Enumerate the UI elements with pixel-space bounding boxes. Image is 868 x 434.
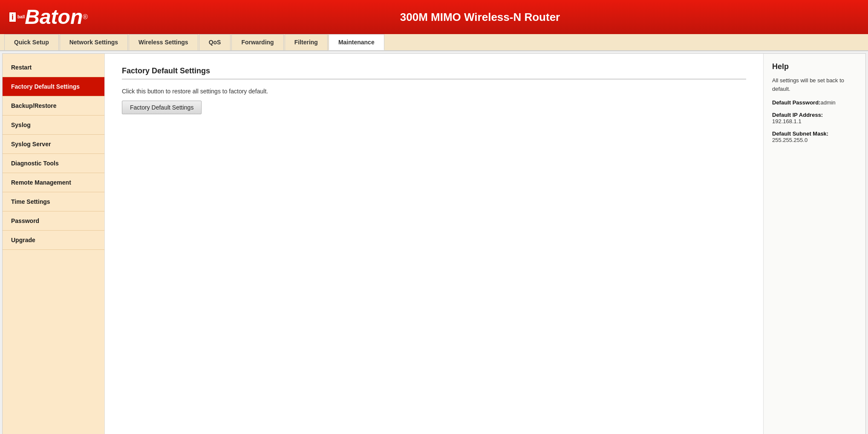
sidebar-item-remote-management[interactable]: Remote Management — [3, 173, 104, 192]
tab-qos[interactable]: QoS — [199, 34, 231, 50]
tab-network-settings[interactable]: Network Settings — [60, 34, 128, 50]
sidebar-item-time-settings[interactable]: Time Settings — [3, 192, 104, 211]
help-default-password-label: Default Password: — [772, 99, 820, 106]
sidebar-item-restart[interactable]: Restart — [3, 58, 104, 77]
help-default-ip-value: 192.168.1.1 — [772, 118, 857, 124]
content-divider — [122, 79, 746, 79]
help-default-ip-label: Default IP Address: — [772, 112, 857, 118]
sidebar-item-upgrade[interactable]: Upgrade — [3, 231, 104, 250]
sidebar-item-factory-default[interactable]: Factory Default Settings — [3, 77, 104, 96]
logo-baton-text: Baton — [25, 7, 83, 27]
tab-wireless-settings[interactable]: Wireless Settings — [129, 34, 198, 50]
help-title: Help — [772, 62, 857, 71]
help-default-subnet-label: Default Subnet Mask: — [772, 130, 857, 137]
content-description: Click this button to restore all setting… — [122, 88, 746, 95]
tab-filtering[interactable]: Filtering — [285, 34, 328, 50]
help-default-password-value: admin — [820, 99, 835, 106]
tab-maintenance[interactable]: Maintenance — [329, 34, 384, 50]
sidebar-item-diagnostic-tools[interactable]: Diagnostic Tools — [3, 154, 104, 173]
sidebar-item-backup-restore[interactable]: Backup/Restore — [3, 96, 104, 116]
help-panel: Help All settings will be set back to de… — [763, 54, 865, 434]
nav-bar: Quick Setup Network Settings Wireless Se… — [0, 34, 868, 51]
header: i ball Baton ® 300M MIMO Wireless-N Rout… — [0, 0, 868, 34]
sidebar-item-password[interactable]: Password — [3, 211, 104, 231]
tab-quick-setup[interactable]: Quick Setup — [4, 34, 59, 50]
content-area: Factory Default Settings Click this butt… — [105, 54, 763, 434]
sidebar-item-syslog-server[interactable]: Syslog Server — [3, 135, 104, 154]
logo-ball-text: ball — [17, 15, 25, 19]
page-title: 300M MIMO Wireless-N Router — [101, 11, 859, 24]
help-default-subnet-value: 255.255.255.0 — [772, 137, 857, 143]
sidebar-item-syslog[interactable]: Syslog — [3, 116, 104, 135]
factory-default-button[interactable]: Factory Default Settings — [122, 101, 202, 114]
content-title: Factory Default Settings — [122, 67, 746, 75]
help-intro: All settings will be set back to default… — [772, 76, 857, 93]
logo: i ball Baton ® — [9, 7, 88, 27]
logo-i-box: i — [9, 12, 17, 23]
main-container: Restart Factory Default Settings Backup/… — [2, 53, 866, 434]
tab-forwarding[interactable]: Forwarding — [231, 34, 283, 50]
logo-reg-symbol: ® — [83, 13, 88, 21]
sidebar: Restart Factory Default Settings Backup/… — [3, 54, 105, 434]
